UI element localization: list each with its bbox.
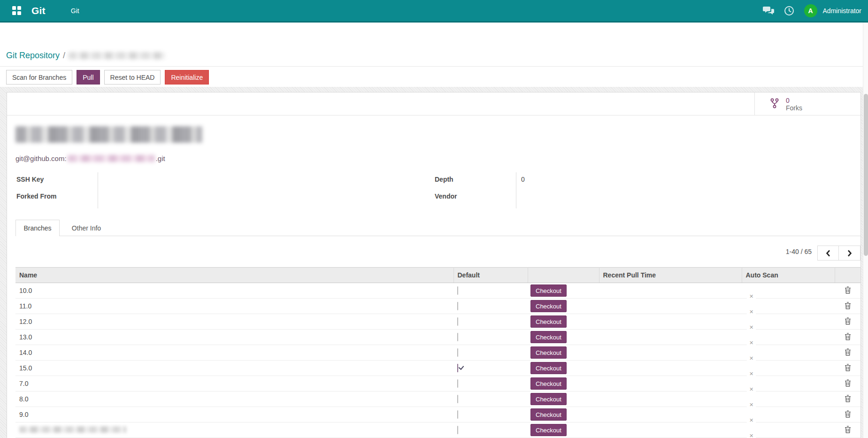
vertical-scrollbar[interactable] — [863, 23, 868, 438]
default-checkbox[interactable] — [457, 364, 458, 372]
branch-name[interactable]: 11.0 — [15, 299, 453, 314]
branch-name[interactable]: 13.0 — [15, 330, 453, 345]
delete-row-button[interactable] — [844, 425, 852, 436]
default-checkbox[interactable] — [457, 302, 458, 310]
delete-row-button[interactable] — [844, 409, 852, 420]
trash-icon — [845, 333, 851, 340]
table-row[interactable]: 14.0 Checkout ✕ — [15, 345, 860, 361]
trash-icon — [845, 302, 851, 309]
delete-row-button[interactable] — [844, 378, 852, 389]
default-checkbox[interactable] — [457, 395, 458, 403]
activities-icon[interactable] — [784, 6, 795, 16]
default-checkbox[interactable] — [457, 379, 458, 388]
reset-to-head-button[interactable]: Reset to HEAD — [104, 70, 161, 85]
column-header-auto-scan[interactable]: Auto Scan — [742, 268, 835, 283]
user-menu[interactable]: Administrator — [823, 7, 861, 15]
repository-title-redacted — [15, 126, 202, 143]
delete-row-button[interactable] — [844, 394, 852, 405]
column-header-default[interactable]: Default — [453, 268, 528, 283]
branch-name[interactable]: 15.0 — [15, 361, 453, 376]
table-row[interactable]: 10.0 Checkout ✕ — [15, 283, 860, 299]
pull-button[interactable]: Pull — [77, 70, 100, 85]
branch-name[interactable]: 9.0 — [15, 407, 453, 423]
branches-pager-next-button[interactable] — [839, 246, 860, 261]
branch-name[interactable] — [15, 423, 453, 438]
branch-name[interactable]: 7.0 — [15, 376, 453, 392]
app-title[interactable]: Git — [31, 5, 46, 16]
branch-name[interactable]: 10.0 — [15, 283, 453, 299]
default-checkbox[interactable] — [457, 348, 458, 357]
table-row[interactable]: 8.0 Checkout ✕ — [15, 392, 860, 407]
checkout-button[interactable]: Checkout — [530, 424, 567, 436]
default-checkbox[interactable] — [457, 333, 458, 341]
forks-label: Forks — [786, 104, 802, 112]
delete-row-button[interactable] — [844, 316, 852, 327]
default-checkbox[interactable] — [457, 286, 458, 295]
forks-count: 0 — [786, 97, 802, 104]
trash-icon — [845, 317, 851, 325]
table-row[interactable]: 9.0 Checkout ✕ — [15, 407, 860, 423]
depth-label: Depth — [435, 176, 453, 183]
checkout-button[interactable]: Checkout — [530, 377, 567, 390]
reinitialize-button[interactable]: Reinitialize — [165, 70, 209, 85]
forks-stat-button[interactable]: 0 Forks — [754, 92, 860, 115]
checkout-button[interactable]: Checkout — [530, 408, 567, 421]
trash-icon — [845, 426, 851, 433]
menu-item-git[interactable]: Git — [67, 5, 83, 16]
left-group-separator — [98, 172, 98, 208]
apps-menu-icon[interactable] — [12, 6, 21, 15]
delete-row-button[interactable] — [844, 332, 852, 343]
trash-icon — [845, 348, 851, 356]
delete-row-button[interactable] — [844, 347, 852, 358]
delete-row-button[interactable] — [844, 285, 852, 296]
repository-url-prefix[interactable]: git@github.com: — [15, 154, 67, 162]
checkout-button[interactable]: Checkout — [530, 331, 567, 343]
table-row[interactable]: 11.0 Checkout ✕ — [15, 299, 860, 314]
default-checkbox[interactable] — [457, 426, 458, 434]
toggle-x-icon: ✕ — [746, 307, 756, 317]
toggle-x-icon: ✕ — [746, 431, 756, 438]
repository-url: git@github.com: .git — [15, 154, 165, 163]
messages-icon[interactable] — [763, 6, 774, 16]
delete-row-button[interactable] — [844, 301, 852, 312]
branches-table-body: 10.0 Checkout ✕ 11.0 Checkout ✕ 12.0 Che… — [15, 283, 860, 438]
tab-branches[interactable]: Branches — [15, 220, 60, 236]
scan-for-branches-button[interactable]: Scan for Branches — [6, 70, 72, 85]
scrollbar-thumb[interactable] — [864, 94, 868, 256]
table-row[interactable]: 15.0 Checkout ✕ — [15, 361, 860, 376]
recent-pull-time-cell — [599, 423, 742, 438]
user-avatar[interactable]: A — [804, 4, 817, 17]
breadcrumb-separator: / — [63, 51, 65, 61]
toggle-x-icon: ✕ — [746, 369, 756, 379]
checkout-button[interactable]: Checkout — [530, 346, 567, 359]
table-row[interactable]: 7.0 Checkout ✕ — [15, 376, 860, 392]
default-checkbox[interactable] — [457, 410, 458, 419]
recent-pull-time-cell — [599, 345, 742, 361]
recent-pull-time-cell — [599, 330, 742, 345]
repository-url-suffix[interactable]: .git — [156, 154, 165, 162]
vendor-label: Vendor — [435, 192, 457, 200]
checkout-button[interactable]: Checkout — [530, 393, 567, 405]
column-header-name[interactable]: Name — [15, 268, 453, 283]
recent-pull-time-cell — [599, 299, 742, 314]
checkout-button[interactable]: Checkout — [530, 362, 567, 374]
column-header-recent-pull-time[interactable]: Recent Pull Time — [599, 268, 742, 283]
toggle-x-icon: ✕ — [746, 384, 756, 394]
recent-pull-time-cell — [599, 407, 742, 423]
branches-pager-previous-button[interactable] — [817, 246, 839, 261]
form-sheet: 0 Forks git@github.com: .git SSH Key For… — [7, 92, 861, 438]
delete-row-button[interactable] — [844, 363, 852, 374]
branch-name[interactable]: 12.0 — [15, 314, 453, 330]
recent-pull-time-cell — [599, 314, 742, 330]
table-row[interactable]: 12.0 Checkout ✕ — [15, 314, 860, 330]
branch-name[interactable]: 14.0 — [15, 345, 453, 361]
branch-name[interactable]: 8.0 — [15, 392, 453, 407]
default-checkbox[interactable] — [457, 317, 458, 326]
table-row[interactable]: 13.0 Checkout ✕ — [15, 330, 860, 345]
checkout-button[interactable]: Checkout — [530, 315, 567, 328]
table-row[interactable]: Checkout ✕ — [15, 423, 860, 438]
checkout-button[interactable]: Checkout — [530, 300, 567, 312]
checkout-button[interactable]: Checkout — [530, 284, 567, 297]
breadcrumb-parent[interactable]: Git Repository — [6, 51, 60, 61]
tab-other-info[interactable]: Other Info — [67, 220, 106, 236]
